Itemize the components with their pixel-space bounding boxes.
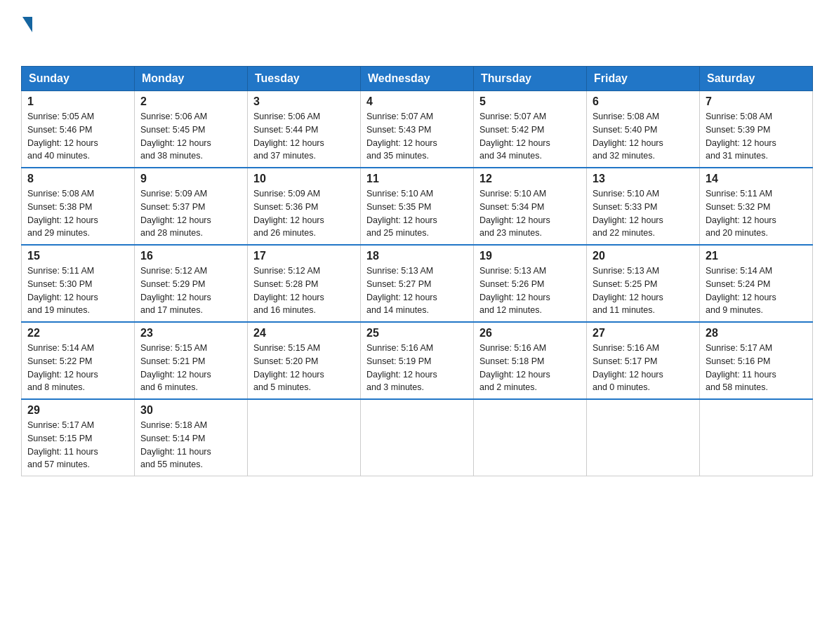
calendar-cell (248, 399, 361, 476)
calendar-cell (587, 399, 700, 476)
calendar-cell: 20 Sunrise: 5:13 AMSunset: 5:25 PMDaylig… (587, 245, 700, 322)
day-number: 18 (366, 250, 468, 262)
calendar-cell: 3 Sunrise: 5:06 AMSunset: 5:44 PMDayligh… (248, 91, 361, 168)
day-number: 14 (706, 173, 807, 185)
day-info: Sunrise: 5:11 AMSunset: 5:30 PMDaylight:… (27, 264, 128, 317)
calendar-cell: 10 Sunrise: 5:09 AMSunset: 5:36 PMDaylig… (248, 168, 361, 245)
day-number: 24 (253, 327, 355, 340)
calendar-cell: 13 Sunrise: 5:10 AMSunset: 5:33 PMDaylig… (587, 168, 700, 245)
calendar-cell: 16 Sunrise: 5:12 AMSunset: 5:29 PMDaylig… (135, 245, 248, 322)
day-info: Sunrise: 5:15 AMSunset: 5:20 PMDaylight:… (253, 342, 355, 394)
day-number: 29 (27, 404, 128, 417)
day-info: Sunrise: 5:09 AMSunset: 5:36 PMDaylight:… (253, 187, 355, 240)
day-info: Sunrise: 5:10 AMSunset: 5:33 PMDaylight:… (593, 187, 694, 240)
calendar-cell: 30 Sunrise: 5:18 AMSunset: 5:14 PMDaylig… (135, 399, 248, 476)
day-info: Sunrise: 5:07 AMSunset: 5:43 PMDaylight:… (366, 110, 468, 163)
day-number: 28 (706, 327, 807, 340)
calendar-cell: 8 Sunrise: 5:08 AMSunset: 5:38 PMDayligh… (22, 168, 135, 245)
day-info: Sunrise: 5:15 AMSunset: 5:21 PMDaylight:… (140, 342, 241, 394)
calendar-week-row: 1 Sunrise: 5:05 AMSunset: 5:46 PMDayligh… (22, 91, 813, 168)
day-number: 20 (593, 250, 694, 262)
day-number: 26 (479, 327, 581, 340)
calendar-cell (474, 399, 587, 476)
logo: General (21, 14, 95, 52)
day-info: Sunrise: 5:16 AMSunset: 5:19 PMDaylight:… (366, 342, 468, 394)
day-number: 27 (593, 327, 694, 340)
column-header-thursday: Thursday (474, 67, 587, 91)
calendar-cell: 9 Sunrise: 5:09 AMSunset: 5:37 PMDayligh… (135, 168, 248, 245)
calendar-cell: 5 Sunrise: 5:07 AMSunset: 5:42 PMDayligh… (474, 91, 587, 168)
calendar-cell: 15 Sunrise: 5:11 AMSunset: 5:30 PMDaylig… (22, 245, 135, 322)
day-info: Sunrise: 5:08 AMSunset: 5:38 PMDaylight:… (27, 187, 128, 240)
calendar-cell: 18 Sunrise: 5:13 AMSunset: 5:27 PMDaylig… (361, 245, 474, 322)
day-number: 22 (27, 327, 128, 340)
day-info: Sunrise: 5:18 AMSunset: 5:14 PMDaylight:… (140, 419, 241, 471)
day-info: Sunrise: 5:08 AMSunset: 5:40 PMDaylight:… (593, 110, 694, 163)
day-number: 5 (479, 95, 581, 108)
calendar-cell: 28 Sunrise: 5:17 AMSunset: 5:16 PMDaylig… (700, 322, 813, 399)
day-info: Sunrise: 5:13 AMSunset: 5:25 PMDaylight:… (593, 264, 694, 317)
calendar-cell: 11 Sunrise: 5:10 AMSunset: 5:35 PMDaylig… (361, 168, 474, 245)
day-info: Sunrise: 5:07 AMSunset: 5:42 PMDaylight:… (479, 110, 581, 163)
calendar-cell: 14 Sunrise: 5:11 AMSunset: 5:32 PMDaylig… (700, 168, 813, 245)
calendar-cell (361, 399, 474, 476)
column-header-friday: Friday (587, 67, 700, 91)
day-info: Sunrise: 5:13 AMSunset: 5:27 PMDaylight:… (366, 264, 468, 317)
day-number: 30 (140, 404, 241, 417)
calendar-week-row: 8 Sunrise: 5:08 AMSunset: 5:38 PMDayligh… (22, 168, 813, 245)
day-number: 10 (253, 173, 355, 185)
day-info: Sunrise: 5:05 AMSunset: 5:46 PMDaylight:… (27, 110, 128, 163)
day-number: 13 (593, 173, 694, 185)
calendar-cell: 12 Sunrise: 5:10 AMSunset: 5:34 PMDaylig… (474, 168, 587, 245)
calendar-cell: 21 Sunrise: 5:14 AMSunset: 5:24 PMDaylig… (700, 245, 813, 322)
day-number: 4 (366, 95, 468, 108)
calendar-cell: 2 Sunrise: 5:06 AMSunset: 5:45 PMDayligh… (135, 91, 248, 168)
day-number: 9 (140, 173, 241, 185)
day-number: 3 (253, 95, 355, 108)
day-number: 21 (706, 250, 807, 262)
calendar-cell: 22 Sunrise: 5:14 AMSunset: 5:22 PMDaylig… (22, 322, 135, 399)
calendar-cell: 4 Sunrise: 5:07 AMSunset: 5:43 PMDayligh… (361, 91, 474, 168)
day-info: Sunrise: 5:14 AMSunset: 5:22 PMDaylight:… (27, 342, 128, 394)
day-info: Sunrise: 5:09 AMSunset: 5:37 PMDaylight:… (140, 187, 241, 240)
day-info: Sunrise: 5:12 AMSunset: 5:28 PMDaylight:… (253, 264, 355, 317)
day-info: Sunrise: 5:10 AMSunset: 5:35 PMDaylight:… (366, 187, 468, 240)
calendar-week-row: 22 Sunrise: 5:14 AMSunset: 5:22 PMDaylig… (22, 322, 813, 399)
calendar-cell: 7 Sunrise: 5:08 AMSunset: 5:39 PMDayligh… (700, 91, 813, 168)
day-info: Sunrise: 5:17 AMSunset: 5:16 PMDaylight:… (706, 342, 807, 394)
calendar-cell: 19 Sunrise: 5:13 AMSunset: 5:26 PMDaylig… (474, 245, 587, 322)
day-number: 15 (27, 250, 128, 262)
day-number: 19 (479, 250, 581, 262)
day-number: 12 (479, 173, 581, 185)
calendar-cell: 6 Sunrise: 5:08 AMSunset: 5:40 PMDayligh… (587, 91, 700, 168)
day-info: Sunrise: 5:06 AMSunset: 5:45 PMDaylight:… (140, 110, 241, 163)
day-number: 6 (593, 95, 694, 108)
day-number: 11 (366, 173, 468, 185)
calendar-cell: 29 Sunrise: 5:17 AMSunset: 5:15 PMDaylig… (22, 399, 135, 476)
column-header-sunday: Sunday (22, 67, 135, 91)
day-number: 25 (366, 327, 468, 340)
calendar-cell (700, 399, 813, 476)
day-number: 23 (140, 327, 241, 340)
day-number: 1 (27, 95, 128, 108)
day-info: Sunrise: 5:13 AMSunset: 5:26 PMDaylight:… (479, 264, 581, 317)
day-info: Sunrise: 5:17 AMSunset: 5:15 PMDaylight:… (27, 419, 128, 471)
day-number: 7 (706, 95, 807, 108)
column-header-saturday: Saturday (700, 67, 813, 91)
day-info: Sunrise: 5:10 AMSunset: 5:34 PMDaylight:… (479, 187, 581, 240)
day-info: Sunrise: 5:08 AMSunset: 5:39 PMDaylight:… (706, 110, 807, 163)
day-info: Sunrise: 5:06 AMSunset: 5:44 PMDaylight:… (253, 110, 355, 163)
page-header: General (21, 14, 813, 52)
day-info: Sunrise: 5:14 AMSunset: 5:24 PMDaylight:… (706, 264, 807, 317)
calendar-cell: 26 Sunrise: 5:16 AMSunset: 5:18 PMDaylig… (474, 322, 587, 399)
calendar-cell: 27 Sunrise: 5:16 AMSunset: 5:17 PMDaylig… (587, 322, 700, 399)
day-info: Sunrise: 5:16 AMSunset: 5:17 PMDaylight:… (593, 342, 694, 394)
day-number: 2 (140, 95, 241, 108)
day-info: Sunrise: 5:12 AMSunset: 5:29 PMDaylight:… (140, 264, 241, 317)
day-number: 8 (27, 173, 128, 185)
calendar-cell: 17 Sunrise: 5:12 AMSunset: 5:28 PMDaylig… (248, 245, 361, 322)
calendar-week-row: 15 Sunrise: 5:11 AMSunset: 5:30 PMDaylig… (22, 245, 813, 322)
column-header-wednesday: Wednesday (361, 67, 474, 91)
column-header-monday: Monday (135, 67, 248, 91)
calendar-cell: 24 Sunrise: 5:15 AMSunset: 5:20 PMDaylig… (248, 322, 361, 399)
